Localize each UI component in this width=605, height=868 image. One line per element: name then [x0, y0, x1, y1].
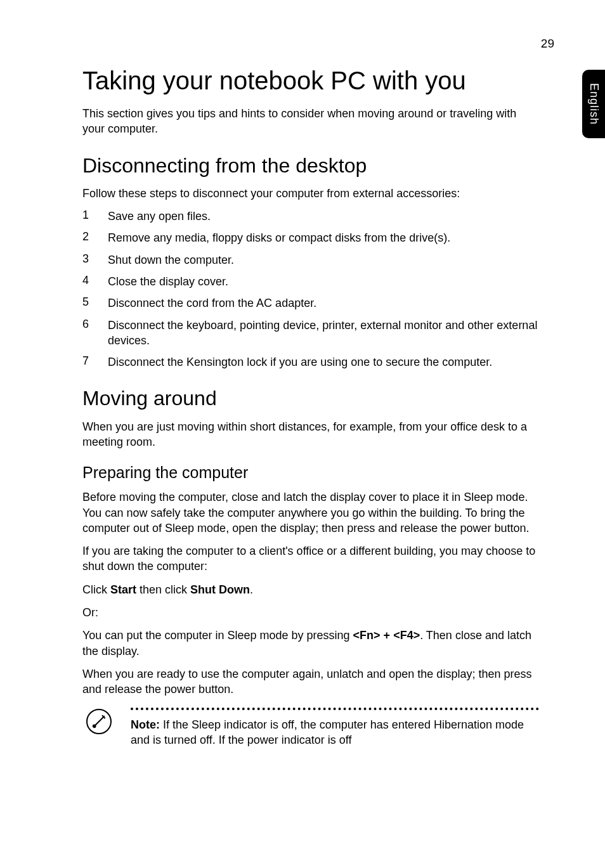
section-heading-disconnecting: Disconnecting from the desktop — [82, 155, 539, 177]
note-icon — [86, 709, 112, 734]
language-tab: English — [582, 70, 605, 138]
note-icon-wrap — [82, 708, 131, 734]
bold-start: Start — [110, 583, 136, 596]
note-label: Note: — [131, 718, 160, 731]
list-text: Disconnect the Kensington lock if you ar… — [108, 354, 492, 370]
list-item: 1 Save any open files. — [82, 209, 539, 224]
note-content: If the Sleep indicator is off, the compu… — [131, 718, 524, 746]
paragraph: Before moving the computer, close and la… — [82, 489, 539, 536]
page-title: Taking your notebook PC with you — [82, 67, 539, 94]
list-text: Disconnect the cord from the AC adapter. — [108, 295, 316, 311]
list-item: 2 Remove any media, floppy disks or comp… — [82, 230, 539, 245]
list-text: Shut down the computer. — [108, 252, 234, 268]
numbered-list: 1 Save any open files. 2 Remove any medi… — [82, 209, 539, 370]
list-number: 4 — [82, 274, 108, 289]
list-number: 2 — [82, 230, 108, 245]
note-body: Note: If the Sleep indicator is off, the… — [131, 708, 539, 748]
list-text: Save any open files. — [108, 209, 211, 224]
section2-lead: When you are just moving within short di… — [82, 419, 539, 450]
list-text: Remove any media, floppy disks or compac… — [108, 230, 450, 245]
note-block: Note: If the Sleep indicator is off, the… — [82, 708, 539, 748]
paragraph: When you are ready to use the computer a… — [82, 666, 539, 697]
note-text: Note: If the Sleep indicator is off, the… — [131, 717, 539, 748]
text: then click — [136, 583, 190, 596]
text: You can put the computer in Sleep mode b… — [82, 629, 353, 642]
list-number: 3 — [82, 252, 108, 268]
list-item: 6 Disconnect the keyboard, pointing devi… — [82, 318, 539, 349]
paragraph-sleep-shortcut: You can put the computer in Sleep mode b… — [82, 628, 539, 659]
list-number: 7 — [82, 354, 108, 370]
list-number: 1 — [82, 209, 108, 224]
bold-shutdown: Shut Down — [190, 583, 250, 596]
text: . — [250, 583, 253, 596]
section1-lead: Follow these steps to disconnect your co… — [82, 186, 539, 201]
list-text: Disconnect the keyboard, pointing device… — [108, 318, 539, 349]
page-number: 29 — [541, 37, 554, 51]
language-tab-label: English — [587, 83, 601, 125]
bold-shortcut: <Fn> + <F4> — [353, 629, 420, 642]
section-heading-moving: Moving around — [82, 387, 539, 410]
paragraph-click-start: Click Start then click Shut Down. — [82, 582, 539, 597]
list-item: 5 Disconnect the cord from the AC adapte… — [82, 295, 539, 311]
list-item: 3 Shut down the computer. — [82, 252, 539, 268]
list-item: 4 Close the display cover. — [82, 274, 539, 289]
list-number: 6 — [82, 318, 108, 349]
subsection-heading-preparing: Preparing the computer — [82, 463, 539, 482]
list-number: 5 — [82, 295, 108, 311]
intro-paragraph: This section gives you tips and hints to… — [82, 106, 539, 137]
text: Click — [82, 583, 110, 596]
paragraph-or: Or: — [82, 605, 539, 620]
list-item: 7 Disconnect the Kensington lock if you … — [82, 354, 539, 370]
content-area: Taking your notebook PC with you This se… — [82, 67, 539, 748]
list-text: Close the display cover. — [108, 274, 228, 289]
paragraph: If you are taking the computer to a clie… — [82, 543, 539, 574]
note-divider — [131, 708, 539, 711]
